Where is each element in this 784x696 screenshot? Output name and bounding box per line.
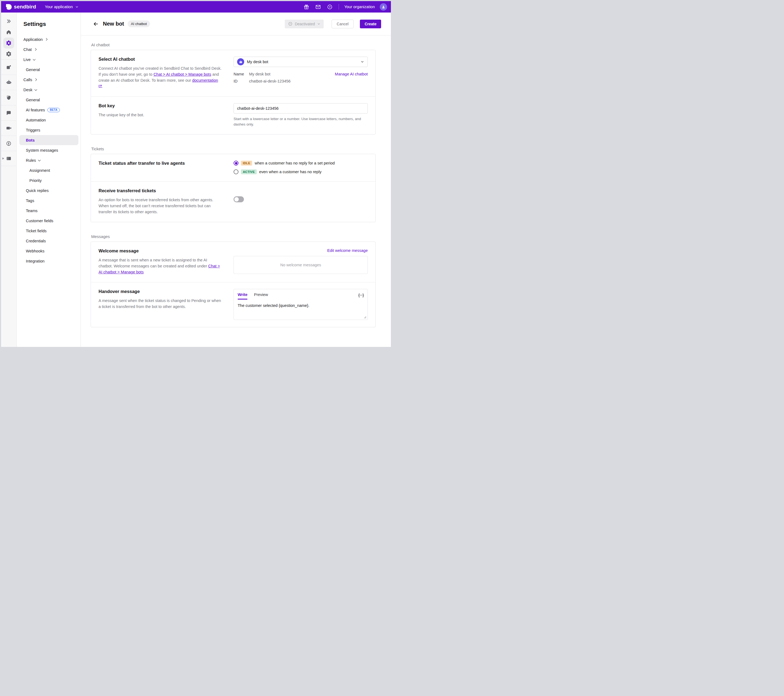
sidebar-item-triggers[interactable]: Triggers bbox=[19, 125, 78, 135]
documentation-link[interactable]: documentation bbox=[192, 78, 218, 82]
sidebar-title: Settings bbox=[23, 21, 81, 27]
rail-item-settings-active[interactable] bbox=[1, 38, 16, 48]
edit-welcome-message-link[interactable]: Edit welcome message bbox=[327, 248, 368, 253]
chevron-down-icon bbox=[33, 58, 35, 61]
receive-transferred-row: Receive transferred tickets An option fo… bbox=[91, 181, 376, 222]
sidebar-item-label: Rules bbox=[26, 158, 36, 163]
back-button[interactable] bbox=[92, 20, 99, 28]
ai-chatbot-select[interactable]: My desk bot bbox=[234, 57, 368, 67]
sidebar-item-live[interactable]: Live bbox=[19, 54, 78, 64]
radio-selected-icon bbox=[234, 161, 239, 165]
user-avatar[interactable] bbox=[380, 3, 387, 11]
sidebar-item-label: System messages bbox=[26, 148, 58, 152]
help-button[interactable]: ? bbox=[326, 3, 333, 10]
manage-ai-chatbot-link[interactable]: Manage AI chatbot bbox=[335, 72, 368, 76]
app-window: sendbird Your application ? bbox=[1, 1, 391, 347]
desc-text: A message that is sent when a new ticket… bbox=[99, 258, 208, 268]
sidebar-item-desk[interactable]: Desk bbox=[19, 85, 78, 95]
overview-icon bbox=[6, 64, 12, 70]
radio-option-active[interactable]: ACTIVE even when a customer has no reply bbox=[234, 169, 368, 174]
sidebar-item-calls[interactable]: Calls bbox=[19, 74, 78, 85]
welcome-message-heading: Welcome message bbox=[99, 248, 222, 254]
desc-text: . bbox=[102, 84, 103, 89]
section-label-tickets: Tickets bbox=[91, 147, 376, 151]
bot-meta: Name My desk bot Manage AI chatbot ID ch… bbox=[234, 72, 368, 83]
organization-label[interactable]: Your organization bbox=[344, 5, 375, 9]
radio-option-idle[interactable]: IDLE when a customer has no reply for a … bbox=[234, 161, 368, 165]
beta-badge: BETA bbox=[47, 108, 60, 112]
bot-key-input[interactable] bbox=[234, 103, 368, 114]
sidebar-menu: ApplicationChatLiveGeneralCallsDeskGener… bbox=[16, 34, 81, 266]
sidebar-item-quick-replies[interactable]: Quick replies bbox=[19, 185, 78, 196]
sidebar-item-priority[interactable]: Priority bbox=[19, 175, 78, 185]
chevron-right-icon bbox=[44, 38, 47, 41]
insert-variable-icon[interactable]: {···} bbox=[358, 293, 364, 300]
active-status-badge: ACTIVE bbox=[241, 169, 257, 174]
sidebar-item-application[interactable]: Application bbox=[19, 34, 78, 45]
chat-bubble-icon bbox=[6, 110, 12, 116]
double-chevron-right-icon bbox=[6, 18, 12, 24]
sidebar-item-general[interactable]: General bbox=[19, 64, 78, 74]
sidebar-item-bots[interactable]: Bots bbox=[19, 135, 78, 145]
chevron-right-icon bbox=[34, 48, 36, 51]
handover-message-textarea[interactable]: The customer selected {question_name}. bbox=[234, 300, 367, 320]
application-selector[interactable]: Your application bbox=[43, 4, 80, 9]
sidebar-item-rules[interactable]: Rules bbox=[19, 155, 78, 165]
sidebar-item-ticket-fields[interactable]: Ticket fields bbox=[19, 226, 78, 236]
sidebar-item-tags[interactable]: Tags bbox=[19, 196, 78, 206]
sidebar-item-credentials[interactable]: Credentials bbox=[19, 236, 78, 246]
page-header: New bot AI chatbot Deactivated Cancel Cr… bbox=[81, 13, 391, 35]
rail-item-bots[interactable] bbox=[1, 74, 16, 90]
gift-button[interactable] bbox=[303, 3, 310, 10]
bot-key-helper: Start with a lowercase letter or a numbe… bbox=[234, 116, 368, 127]
sidebar-item-ai-features[interactable]: AI featuresBETA bbox=[19, 105, 78, 115]
ticket-status-heading: Ticket status after transfer to live age… bbox=[99, 161, 222, 166]
sidebar-item-teams[interactable]: Teams bbox=[19, 206, 78, 216]
sidebar-item-chat[interactable]: Chat bbox=[19, 45, 78, 54]
person-icon bbox=[381, 5, 385, 9]
sidebar-item-automation[interactable]: Automation bbox=[19, 115, 78, 125]
rail-item-live[interactable] bbox=[1, 135, 16, 151]
bot-id-value: chatbot-ai-desk-123456 bbox=[249, 79, 290, 83]
receive-transferred-toggle-off[interactable] bbox=[234, 196, 244, 202]
resize-handle-icon[interactable] bbox=[364, 316, 366, 318]
chevron-down-icon bbox=[75, 5, 79, 9]
sendbird-logo-text: sendbird bbox=[14, 4, 36, 10]
chevron-down-icon bbox=[317, 22, 320, 26]
rail-item-overview[interactable] bbox=[1, 59, 16, 74]
expand-rail-button[interactable] bbox=[1, 16, 16, 27]
rail-item-desk[interactable] bbox=[1, 151, 16, 166]
page-title: New bot bbox=[103, 21, 124, 27]
rail-item-moderation[interactable] bbox=[1, 90, 16, 105]
sidebar-item-label: General bbox=[26, 98, 40, 102]
welcome-message-desc: A message that is sent when a new ticket… bbox=[99, 257, 222, 275]
section-label-messages: Messages bbox=[91, 234, 376, 239]
idle-status-badge: IDLE bbox=[241, 161, 252, 165]
active-rail-highlight bbox=[3, 38, 14, 48]
sidebar-item-label: Priority bbox=[30, 178, 42, 183]
inbox-button[interactable] bbox=[315, 3, 321, 10]
sidebar-item-label: Live bbox=[23, 58, 31, 62]
status-label: Deactivated bbox=[295, 22, 315, 26]
radio-option-text: when a customer has no reply for a set p… bbox=[255, 161, 334, 165]
rail-item-chat[interactable] bbox=[1, 105, 16, 120]
tab-preview[interactable]: Preview bbox=[254, 292, 268, 300]
sidebar-item-integration[interactable]: Integration bbox=[19, 256, 78, 266]
sidebar-item-webhooks[interactable]: Webhooks bbox=[19, 246, 78, 256]
rail-item-settings-secondary[interactable] bbox=[1, 48, 16, 59]
sidebar-item-general[interactable]: General bbox=[19, 95, 78, 105]
cancel-button[interactable]: Cancel bbox=[331, 20, 354, 28]
sidebar-item-customer-fields[interactable]: Customer fields bbox=[19, 216, 78, 226]
rail-item-calls[interactable] bbox=[1, 120, 16, 135]
rail-item-home[interactable] bbox=[1, 27, 16, 38]
create-button[interactable]: Create bbox=[360, 20, 381, 28]
manage-bots-link[interactable]: Chat > AI chatbot > Manage bots bbox=[153, 72, 211, 76]
tab-write[interactable]: Write bbox=[238, 292, 247, 300]
sidebar-item-label: Integration bbox=[26, 259, 44, 263]
icon-rail bbox=[1, 13, 16, 347]
settings-gear-icon bbox=[6, 40, 12, 46]
app-body: Settings ApplicationChatLiveGeneralCalls… bbox=[1, 13, 391, 347]
sidebar-item-system-messages[interactable]: System messages bbox=[19, 145, 78, 155]
sidebar-item-label: Ticket fields bbox=[26, 229, 46, 233]
sidebar-item-assignment[interactable]: Assignment bbox=[19, 165, 78, 175]
